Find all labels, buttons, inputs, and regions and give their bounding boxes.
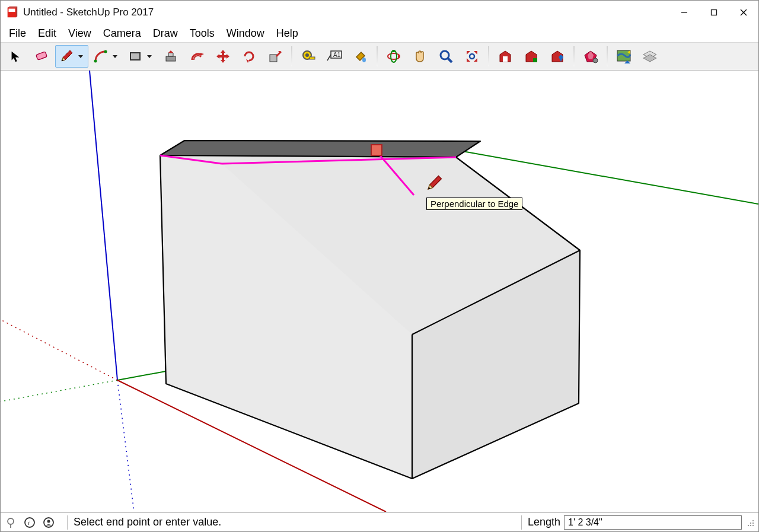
measurements-input[interactable] (564, 515, 742, 530)
svg-line-35 (327, 55, 331, 60)
svg-point-14 (104, 50, 107, 53)
status-hint: Select end point or enter value. (74, 516, 221, 528)
zoom-extents-tool[interactable] (460, 45, 484, 68)
svg-rect-91 (748, 525, 749, 526)
extension-warehouse-button[interactable] (578, 45, 603, 68)
svg-point-36 (362, 58, 366, 62)
svg-rect-93 (752, 525, 754, 526)
tape-tool[interactable] (296, 45, 321, 68)
warehouse-button[interactable] (493, 45, 518, 68)
maximize-button[interactable] (699, 1, 729, 24)
dropdown-icon (147, 55, 152, 58)
svg-marker-51 (533, 58, 537, 62)
menu-view[interactable]: View (62, 26, 97, 41)
warehouse-components-button[interactable] (519, 45, 544, 68)
svg-rect-49 (503, 56, 508, 62)
paint-tool[interactable] (348, 45, 373, 68)
arc-tool[interactable] (90, 45, 123, 68)
dropdown-icon (113, 55, 117, 58)
minimize-button[interactable] (669, 1, 699, 24)
text-tool[interactable]: A1 (322, 45, 347, 68)
eraser-tool[interactable] (29, 45, 54, 68)
svg-point-13 (94, 60, 97, 63)
app-icon (5, 6, 18, 19)
svg-marker-43 (467, 51, 470, 55)
svg-rect-5 (712, 10, 717, 15)
svg-point-41 (441, 51, 449, 59)
rectangle-tool[interactable] (124, 45, 157, 68)
layers-button[interactable] (637, 45, 662, 68)
viewport[interactable]: Perpendicular to Edge (1, 71, 758, 512)
vcb-label: Length (528, 516, 560, 528)
svg-marker-3 (16, 7, 17, 17)
svg-rect-15 (130, 53, 140, 60)
svg-marker-23 (227, 54, 229, 59)
app-window: Untitled - SketchUp Pro 2017 File Edit V… (0, 0, 759, 532)
menu-tools[interactable]: Tools (184, 26, 221, 41)
dropdown-icon (78, 55, 83, 58)
menu-camera[interactable]: Camera (97, 26, 147, 41)
rotate-tool[interactable] (237, 45, 261, 68)
svg-marker-1 (9, 9, 15, 12)
svg-marker-22 (216, 54, 219, 59)
resize-grip[interactable] (745, 518, 755, 527)
svg-marker-26 (246, 59, 249, 63)
zoom-tool[interactable] (433, 45, 458, 68)
close-button[interactable] (729, 1, 758, 24)
svg-point-57 (593, 58, 598, 63)
status-bar: i Select end point or enter value. Lengt… (1, 512, 758, 531)
pencil-tool[interactable] (55, 45, 88, 68)
menu-file[interactable]: File (3, 26, 32, 41)
svg-marker-17 (168, 53, 173, 56)
svg-marker-2 (8, 7, 18, 8)
user-status-icon[interactable] (42, 516, 55, 529)
scale-tool[interactable] (263, 45, 288, 68)
orbit-tool[interactable] (381, 45, 406, 68)
svg-point-31 (305, 53, 309, 57)
menu-bar: File Edit View Camera Draw Tools Window … (1, 24, 758, 42)
svg-text:i: i (28, 519, 30, 526)
geo-status-icon[interactable] (4, 516, 17, 529)
svg-rect-16 (166, 56, 176, 61)
move-tool[interactable] (211, 45, 235, 68)
svg-rect-25 (219, 55, 227, 58)
inference-tooltip: Perpendicular to Edge (426, 197, 522, 210)
title-bar: Untitled - SketchUp Pro 2017 (1, 1, 758, 24)
svg-rect-92 (750, 525, 751, 526)
svg-rect-89 (750, 523, 751, 524)
svg-rect-88 (752, 520, 754, 521)
svg-text:A1: A1 (333, 52, 341, 58)
svg-line-42 (448, 58, 452, 62)
credits-status-icon[interactable]: i (23, 516, 36, 529)
menu-edit[interactable]: Edit (32, 26, 62, 41)
svg-marker-45 (467, 58, 470, 62)
svg-marker-20 (221, 50, 225, 53)
svg-line-64 (117, 380, 134, 512)
svg-marker-46 (474, 58, 477, 62)
svg-marker-8 (12, 52, 20, 62)
svg-line-67 (1, 320, 117, 380)
svg-point-47 (470, 54, 474, 59)
offset-tool[interactable] (184, 45, 209, 68)
menu-window[interactable]: Window (221, 26, 270, 41)
svg-point-83 (8, 518, 14, 524)
svg-rect-9 (36, 52, 47, 60)
svg-line-63 (90, 71, 117, 380)
select-tool[interactable] (3, 45, 28, 68)
svg-marker-28 (276, 51, 282, 57)
pushpull-tool[interactable] (158, 45, 183, 68)
svg-rect-90 (752, 523, 754, 524)
svg-marker-18 (168, 50, 173, 53)
pan-tool[interactable] (407, 45, 432, 68)
svg-line-66 (1, 380, 117, 402)
warehouse-share-button[interactable] (545, 45, 570, 68)
toolbar: A1 (1, 42, 758, 71)
svg-marker-44 (474, 51, 477, 55)
svg-point-87 (47, 520, 50, 523)
menu-help[interactable]: Help (270, 26, 304, 41)
svg-rect-79 (371, 145, 382, 155)
menu-draw[interactable]: Draw (147, 26, 184, 41)
svg-marker-21 (221, 60, 225, 63)
location-button[interactable] (611, 45, 636, 68)
window-title: Untitled - SketchUp Pro 2017 (23, 7, 154, 18)
